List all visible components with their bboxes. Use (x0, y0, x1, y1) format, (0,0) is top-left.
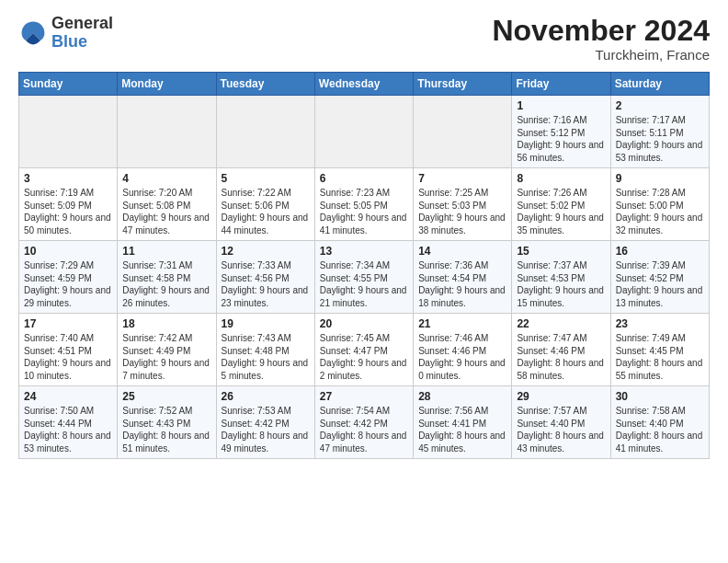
calendar-cell: 16Sunrise: 7:39 AM Sunset: 4:52 PM Dayli… (610, 241, 709, 314)
calendar-cell: 23Sunrise: 7:49 AM Sunset: 4:45 PM Dayli… (610, 314, 709, 386)
day-number: 14 (418, 245, 506, 258)
day-info: Sunrise: 7:26 AM Sunset: 5:02 PM Dayligh… (517, 187, 605, 236)
day-number: 25 (122, 390, 210, 403)
calendar-week-2: 3Sunrise: 7:19 AM Sunset: 5:09 PM Daylig… (19, 168, 710, 241)
calendar-cell: 15Sunrise: 7:37 AM Sunset: 4:53 PM Dayli… (512, 241, 610, 314)
calendar-cell: 5Sunrise: 7:22 AM Sunset: 5:06 PM Daylig… (216, 168, 314, 241)
logo-general: General (51, 14, 113, 32)
calendar-cell: 28Sunrise: 7:56 AM Sunset: 4:41 PM Dayli… (414, 386, 512, 459)
day-info: Sunrise: 7:49 AM Sunset: 4:45 PM Dayligh… (616, 332, 704, 382)
logo-blue: Blue (51, 32, 87, 51)
calendar-cell: 19Sunrise: 7:43 AM Sunset: 4:48 PM Dayli… (216, 314, 314, 386)
weekday-header-friday: Friday (512, 73, 610, 96)
day-number: 12 (222, 245, 310, 258)
calendar-cell (216, 96, 314, 168)
weekday-header-wednesday: Wednesday (314, 73, 413, 96)
day-info: Sunrise: 7:56 AM Sunset: 4:41 PM Dayligh… (418, 405, 506, 454)
day-number: 23 (616, 317, 704, 330)
weekday-header-sunday: Sunday (19, 73, 118, 96)
day-number: 8 (517, 172, 605, 185)
day-info: Sunrise: 7:47 AM Sunset: 4:46 PM Dayligh… (517, 332, 605, 382)
day-number: 27 (320, 390, 408, 403)
day-number: 21 (418, 317, 506, 330)
day-info: Sunrise: 7:37 AM Sunset: 4:53 PM Dayligh… (517, 259, 605, 309)
calendar-cell: 30Sunrise: 7:58 AM Sunset: 4:40 PM Dayli… (610, 386, 709, 459)
day-number: 26 (222, 390, 310, 403)
calendar-table: SundayMondayTuesdayWednesdayThursdayFrid… (18, 72, 710, 459)
day-number: 24 (24, 390, 112, 403)
day-info: Sunrise: 7:50 AM Sunset: 4:44 PM Dayligh… (24, 405, 112, 454)
calendar-cell: 26Sunrise: 7:53 AM Sunset: 4:42 PM Dayli… (216, 386, 314, 459)
day-number: 10 (24, 245, 112, 258)
calendar-week-5: 24Sunrise: 7:50 AM Sunset: 4:44 PM Dayli… (19, 386, 710, 459)
day-info: Sunrise: 7:17 AM Sunset: 5:11 PM Dayligh… (616, 114, 704, 164)
day-number: 18 (122, 317, 210, 330)
day-info: Sunrise: 7:53 AM Sunset: 4:42 PM Dayligh… (222, 405, 310, 454)
day-number: 17 (24, 317, 112, 330)
day-info: Sunrise: 7:33 AM Sunset: 4:56 PM Dayligh… (222, 259, 310, 309)
day-info: Sunrise: 7:16 AM Sunset: 5:12 PM Dayligh… (517, 114, 605, 164)
weekday-header-row: SundayMondayTuesdayWednesdayThursdayFrid… (19, 73, 710, 96)
day-info: Sunrise: 7:52 AM Sunset: 4:43 PM Dayligh… (122, 405, 210, 454)
calendar-cell: 27Sunrise: 7:54 AM Sunset: 4:42 PM Dayli… (314, 386, 413, 459)
day-number: 11 (122, 245, 210, 258)
day-number: 28 (418, 390, 506, 403)
day-info: Sunrise: 7:39 AM Sunset: 4:52 PM Dayligh… (616, 259, 704, 309)
day-info: Sunrise: 7:28 AM Sunset: 5:00 PM Dayligh… (616, 187, 704, 236)
day-info: Sunrise: 7:34 AM Sunset: 4:55 PM Dayligh… (320, 259, 408, 309)
day-number: 2 (616, 99, 704, 112)
calendar-cell: 3Sunrise: 7:19 AM Sunset: 5:09 PM Daylig… (19, 168, 118, 241)
day-info: Sunrise: 7:25 AM Sunset: 5:03 PM Dayligh… (418, 187, 506, 236)
day-info: Sunrise: 7:54 AM Sunset: 4:42 PM Dayligh… (320, 405, 408, 454)
calendar-cell: 14Sunrise: 7:36 AM Sunset: 4:54 PM Dayli… (414, 241, 512, 314)
day-number: 6 (320, 172, 408, 185)
day-info: Sunrise: 7:31 AM Sunset: 4:58 PM Dayligh… (122, 259, 210, 309)
day-info: Sunrise: 7:46 AM Sunset: 4:46 PM Dayligh… (418, 332, 506, 382)
day-info: Sunrise: 7:36 AM Sunset: 4:54 PM Dayligh… (418, 259, 506, 309)
day-info: Sunrise: 7:57 AM Sunset: 4:40 PM Dayligh… (517, 405, 605, 454)
day-number: 29 (517, 390, 605, 403)
calendar-cell (314, 96, 413, 168)
day-number: 19 (222, 317, 310, 330)
calendar-cell (118, 96, 216, 168)
day-info: Sunrise: 7:23 AM Sunset: 5:05 PM Dayligh… (320, 187, 408, 236)
calendar-cell: 12Sunrise: 7:33 AM Sunset: 4:56 PM Dayli… (216, 241, 314, 314)
weekday-header-monday: Monday (118, 73, 216, 96)
day-number: 4 (122, 172, 210, 185)
calendar-cell: 10Sunrise: 7:29 AM Sunset: 4:59 PM Dayli… (19, 241, 118, 314)
day-number: 13 (320, 245, 408, 258)
day-info: Sunrise: 7:40 AM Sunset: 4:51 PM Dayligh… (24, 332, 112, 382)
calendar-cell: 6Sunrise: 7:23 AM Sunset: 5:05 PM Daylig… (314, 168, 413, 241)
day-info: Sunrise: 7:58 AM Sunset: 4:40 PM Dayligh… (616, 405, 704, 454)
day-info: Sunrise: 7:22 AM Sunset: 5:06 PM Dayligh… (222, 187, 310, 236)
calendar-cell: 22Sunrise: 7:47 AM Sunset: 4:46 PM Dayli… (512, 314, 610, 386)
calendar-cell: 1Sunrise: 7:16 AM Sunset: 5:12 PM Daylig… (512, 96, 610, 168)
calendar-cell: 11Sunrise: 7:31 AM Sunset: 4:58 PM Dayli… (118, 241, 216, 314)
calendar-cell: 20Sunrise: 7:45 AM Sunset: 4:47 PM Dayli… (314, 314, 413, 386)
day-number: 22 (517, 317, 605, 330)
calendar-cell: 29Sunrise: 7:57 AM Sunset: 4:40 PM Dayli… (512, 386, 610, 459)
weekday-header-thursday: Thursday (414, 73, 512, 96)
weekday-header-tuesday: Tuesday (216, 73, 314, 96)
logo-icon (18, 18, 48, 48)
day-number: 16 (616, 245, 704, 258)
calendar-cell: 2Sunrise: 7:17 AM Sunset: 5:11 PM Daylig… (610, 96, 709, 168)
day-number: 7 (418, 172, 506, 185)
calendar-cell: 7Sunrise: 7:25 AM Sunset: 5:03 PM Daylig… (414, 168, 512, 241)
calendar-cell: 25Sunrise: 7:52 AM Sunset: 4:43 PM Dayli… (118, 386, 216, 459)
calendar-cell (414, 96, 512, 168)
calendar-cell: 21Sunrise: 7:46 AM Sunset: 4:46 PM Dayli… (414, 314, 512, 386)
calendar-week-4: 17Sunrise: 7:40 AM Sunset: 4:51 PM Dayli… (19, 314, 710, 386)
day-number: 30 (616, 390, 704, 403)
weekday-header-saturday: Saturday (610, 73, 709, 96)
day-info: Sunrise: 7:45 AM Sunset: 4:47 PM Dayligh… (320, 332, 408, 382)
calendar-cell: 4Sunrise: 7:20 AM Sunset: 5:08 PM Daylig… (118, 168, 216, 241)
day-info: Sunrise: 7:20 AM Sunset: 5:08 PM Dayligh… (122, 187, 210, 236)
logo-text: General Blue (51, 15, 113, 52)
calendar-week-3: 10Sunrise: 7:29 AM Sunset: 4:59 PM Dayli… (19, 241, 710, 314)
calendar-week-1: 1Sunrise: 7:16 AM Sunset: 5:12 PM Daylig… (19, 96, 710, 168)
calendar-body: 1Sunrise: 7:16 AM Sunset: 5:12 PM Daylig… (19, 96, 710, 459)
page: General Blue November 2024 Turckheim, Fr… (0, 0, 728, 468)
calendar-cell (19, 96, 118, 168)
calendar-cell: 8Sunrise: 7:26 AM Sunset: 5:02 PM Daylig… (512, 168, 610, 241)
